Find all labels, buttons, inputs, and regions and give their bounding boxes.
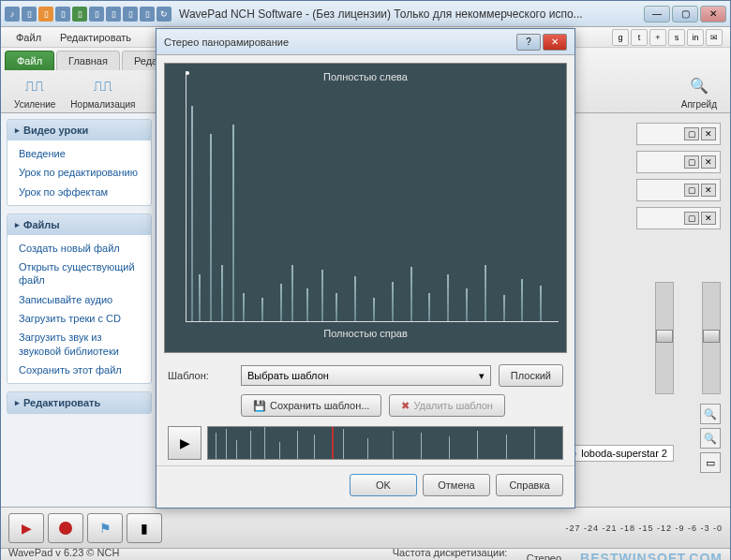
restore-icon[interactable]: ▢ — [684, 127, 699, 140]
sidebar-link[interactable]: Сохранить этот файл — [7, 361, 151, 379]
social-icon[interactable]: in — [687, 29, 704, 46]
social-icon[interactable]: + — [649, 29, 666, 46]
save-icon: 💾 — [253, 400, 266, 412]
pan-canvas[interactable]: Полностью слева Полностью справ — [164, 63, 567, 353]
cancel-button[interactable]: Отмена — [423, 474, 490, 496]
sidebar-link[interactable]: Открыть существующий файл — [7, 258, 151, 290]
qa-icon[interactable]: ▯ — [123, 7, 138, 22]
window-controls: — ▢ ✕ — [644, 6, 726, 22]
close-icon[interactable]: ✕ — [701, 212, 716, 225]
pan-slider[interactable] — [702, 282, 721, 394]
qa-icon[interactable]: ↻ — [157, 7, 172, 22]
close-button[interactable]: ✕ — [700, 6, 726, 22]
play-button[interactable]: ▶ — [8, 513, 44, 543]
qa-icon[interactable]: ▯ — [38, 7, 53, 22]
minimize-button[interactable]: — — [644, 6, 670, 22]
statusbar: WavePad v 6.23 © NCH Software Частота ди… — [1, 548, 730, 560]
social-icon[interactable]: ✉ — [706, 29, 723, 46]
qa-icon[interactable]: ▯ — [72, 7, 87, 22]
save-template-label: Сохранить шаблон... — [270, 400, 369, 411]
record-button[interactable] — [48, 513, 83, 543]
sidebar-link[interactable]: Создать новый файл — [7, 239, 151, 258]
preview-waveform[interactable] — [207, 426, 563, 460]
amplify-button[interactable]: ⎍⎍ Усиление — [8, 73, 61, 111]
restore-icon[interactable]: ▢ — [684, 212, 699, 225]
amplify-label: Усиление — [14, 99, 55, 110]
sidebar-link[interactable]: Загрузить звук из звуковой библиотеки — [7, 328, 151, 361]
sidebar-link[interactable]: Урок по эффектам — [7, 183, 151, 201]
app-icon: ♪ — [5, 7, 20, 22]
ribbon-tab-main[interactable]: Главная — [56, 51, 120, 70]
ok-button[interactable]: OK — [350, 474, 417, 496]
close-icon[interactable]: ✕ — [701, 155, 716, 169]
qa-icon[interactable]: ▯ — [106, 7, 121, 22]
pan-waveform — [187, 96, 559, 321]
preview-row: ▶ — [168, 426, 563, 460]
document-tabs: ▢✕ ▢✕ ▢✕ ▢✕ — [636, 123, 721, 235]
ribbon-tab-file[interactable]: Файл — [5, 51, 54, 70]
restore-icon[interactable]: ▢ — [684, 184, 699, 197]
close-icon[interactable]: ✕ — [701, 184, 716, 197]
delete-template-button[interactable]: ✖ Удалить шаблон — [389, 394, 505, 417]
dialog-titlebar: Стерео панорамирование ? ✕ — [157, 29, 574, 55]
stereo-label: Стерео — [527, 553, 561, 561]
zoom-fit-icon[interactable]: ▭ — [700, 452, 721, 473]
sidebar-header[interactable]: Видео уроки — [7, 120, 151, 140]
doc-tab[interactable]: ▢✕ — [636, 207, 721, 229]
doc-tab[interactable]: ▢✕ — [636, 151, 721, 173]
slider-thumb[interactable] — [656, 330, 673, 343]
sidebar-link[interactable]: Загрузить треки с CD — [7, 309, 151, 328]
upgrade-button[interactable]: 🔍 Апгрейд — [676, 73, 723, 111]
pan-start-point[interactable] — [186, 71, 189, 75]
template-label: Шаблон: — [168, 370, 233, 381]
watermark: BESTWINSOFT.COM — [580, 551, 723, 561]
file-label[interactable]: ♪ loboda-superstar 2 — [566, 445, 674, 462]
stereo-pan-dialog: Стерео панорамирование ? ✕ Полностью сле… — [156, 28, 575, 508]
normalize-button[interactable]: ⎍⎍ Нормализация — [65, 73, 141, 111]
rewind-button[interactable]: ▮ — [127, 513, 162, 543]
doc-tab[interactable]: ▢✕ — [636, 123, 721, 145]
qa-icon[interactable]: ▯ — [55, 7, 70, 22]
volume-slider[interactable] — [655, 282, 674, 394]
preview-play-button[interactable]: ▶ — [168, 426, 201, 460]
sidebar-header[interactable]: Редактировать — [7, 392, 151, 413]
upgrade-label: Апгрейд — [681, 99, 717, 110]
menu-file[interactable]: Файл — [8, 30, 49, 45]
delete-template-label: Удалить шаблон — [413, 400, 493, 411]
file-name: loboda-superstar 2 — [581, 448, 667, 459]
stop-button[interactable]: ⚑ — [87, 513, 123, 543]
window-title: WavePad NCH Software - (Без лицензии) То… — [179, 7, 644, 21]
dialog-title: Стерео панорамирование — [164, 37, 515, 48]
sidebar-link[interactable]: Записывайте аудио — [7, 290, 151, 309]
doc-tab[interactable]: ▢✕ — [636, 179, 721, 201]
record-icon — [59, 522, 72, 535]
template-actions: 💾 Сохранить шаблон... ✖ Удалить шаблон — [157, 391, 574, 420]
slider-thumb[interactable] — [703, 330, 720, 343]
sidebar-header[interactable]: Файлы — [7, 214, 151, 235]
template-select-value: Выбрать шаблон — [247, 370, 329, 381]
zoom-in-icon[interactable]: 🔍 — [700, 404, 721, 424]
social-icon[interactable]: g — [612, 29, 629, 46]
zoom-out-icon[interactable]: 🔍 — [700, 428, 721, 449]
qa-icon[interactable]: ▯ — [22, 7, 37, 22]
close-icon[interactable]: ✕ — [701, 127, 716, 140]
sidebar-link[interactable]: Урок по редактированию — [7, 163, 151, 182]
help-button[interactable]: Справка — [496, 474, 563, 496]
social-icon[interactable]: s — [668, 29, 685, 46]
flat-button[interactable]: Плоский — [499, 364, 563, 387]
social-icon[interactable]: t — [631, 29, 648, 46]
dialog-close-button[interactable]: ✕ — [543, 34, 567, 51]
template-select[interactable]: Выбрать шаблон ▾ — [241, 365, 491, 386]
qa-icon[interactable]: ▯ — [89, 7, 104, 22]
quick-access-toolbar: ♪ ▯ ▯ ▯ ▯ ▯ ▯ ▯ ▯ ↻ — [5, 7, 172, 22]
menu-edit[interactable]: Редактировать — [52, 30, 139, 45]
playhead-marker[interactable] — [332, 427, 334, 459]
save-template-button[interactable]: 💾 Сохранить шаблон... — [241, 394, 381, 417]
help-button[interactable]: ? — [516, 34, 541, 51]
qa-icon[interactable]: ▯ — [140, 7, 155, 22]
sidebar-link[interactable]: Введение — [7, 144, 151, 163]
db-scale: -27 -24 -21 -18 -15 -12 -9 -6 -3 -0 — [565, 523, 723, 533]
maximize-button[interactable]: ▢ — [672, 6, 698, 22]
restore-icon[interactable]: ▢ — [684, 155, 699, 169]
template-row: Шаблон: Выбрать шаблон ▾ Плоский — [157, 361, 574, 391]
